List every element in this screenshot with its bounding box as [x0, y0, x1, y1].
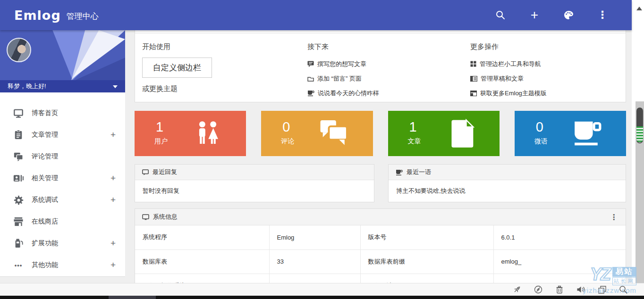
sidebar-hero-banner [0, 30, 125, 80]
store-icon [13, 216, 24, 227]
table-cell: 6.0.1 [493, 225, 626, 249]
link-label: 撰写您的想写文章 [317, 60, 366, 68]
emlog-logo: Emlog [14, 8, 61, 23]
contacts-icon [13, 173, 24, 184]
sidebar-item-blog-home[interactable]: 博客首页 [0, 102, 125, 124]
panel-header: 系统信息 ⋮ [135, 209, 626, 225]
scrollbar-thumb[interactable] [636, 108, 643, 143]
add-icon[interactable]: + [525, 6, 544, 25]
recent-replies-panel: 最近回复 暂时没有回复 [135, 164, 374, 202]
compose-icon[interactable] [533, 284, 544, 295]
page-icon [307, 76, 314, 82]
write-icon [307, 61, 314, 67]
coffee-icon [572, 119, 602, 149]
change-theme-link[interactable]: 或更换主题 [142, 84, 212, 93]
link-label: 管理边栏小工具和导航 [480, 60, 541, 68]
greeting-text: 释梦，晚上好! [8, 82, 46, 91]
welcome-col-next-steps: 接下来 撰写您的想写文章 添加 “留言” 页面 说说看今天的心情咋样 [307, 30, 379, 100]
link-label: 添加 “留言” 页面 [317, 75, 362, 83]
expand-icon[interactable]: + [110, 238, 119, 249]
customize-sidebar-button[interactable]: 自定义侧边栏 [142, 58, 212, 78]
table-cell: 33 [269, 249, 360, 274]
expand-icon[interactable]: + [110, 195, 119, 205]
scroll-up-arrow-icon[interactable] [636, 7, 642, 10]
rocket-icon[interactable] [511, 284, 523, 295]
more-menu-icon[interactable]: ⋮ [593, 6, 612, 25]
stat-card-whispers[interactable]: 0 微语 [515, 111, 626, 156]
avatar[interactable] [7, 38, 31, 62]
sidebar-menu: 博客首页 文章管理 + 评论管理 相关管理 + [0, 102, 125, 276]
panel-title: 系统信息 [153, 213, 178, 221]
chat-outline-icon [142, 169, 149, 175]
zoom-icon[interactable] [618, 284, 629, 295]
sidebar-item-articles[interactable]: 文章管理 + [0, 124, 125, 146]
taskbar [0, 296, 644, 299]
stat-card-users[interactable]: 1 用户 [135, 111, 246, 156]
panel-body: 暂时没有回复 [135, 180, 374, 202]
manage-widgets-link[interactable]: 管理边栏小工具和导航 [470, 57, 547, 71]
sidebar-item-extensions[interactable]: 扩展功能 + [0, 233, 125, 254]
recent-whisper-panel: 最近一语 博主不知要说啥,快去说说 [388, 164, 626, 202]
speaker-icon[interactable] [575, 284, 586, 295]
sidebar-item-label: 在线商店 [32, 217, 58, 226]
palette-icon[interactable] [559, 6, 578, 25]
monitor-outline-icon [142, 214, 149, 220]
trash-icon[interactable] [554, 284, 565, 295]
sidebar-item-label: 相关管理 [32, 174, 58, 183]
table-row: 数据库表 33 数据库表前缀 emlog_ [135, 249, 626, 274]
widgets-icon [470, 61, 476, 67]
scrollbar-track[interactable] [636, 101, 644, 283]
sidebar-item-label: 系统调试 [32, 196, 58, 204]
sidebar-item-label: 评论管理 [32, 152, 58, 161]
sidebar-item-other[interactable]: ••• 其他功能 + [0, 254, 125, 276]
post-whisper-link[interactable]: 说说看今天的心情咋样 [307, 86, 379, 100]
stat-card-comments[interactable]: 0 评论 [261, 111, 373, 156]
user-greeting-bar[interactable]: 释梦，晚上好! [0, 80, 125, 92]
sidebar-item-label: 文章管理 [32, 131, 58, 139]
stat-value: 1 [156, 119, 163, 135]
stat-card-articles[interactable]: 1 文章 [388, 111, 500, 156]
table-row: 系统程序 Emlog 版本号 6.0.1 [135, 225, 626, 249]
stat-value: 1 [409, 119, 417, 135]
expand-icon[interactable]: + [110, 130, 119, 140]
comments-icon [319, 119, 349, 149]
top-bar: Emlog 管理中心 + ⋮ [0, 0, 632, 30]
welcome-panel: 开始使用 自定义侧边栏 或更换主题 接下来 撰写您的想写文章 添加 “留言” 页… [135, 30, 626, 102]
add-page-link[interactable]: 添加 “留言” 页面 [307, 71, 379, 86]
section-title: 开始使用 [142, 42, 212, 51]
panel-menu-icon[interactable]: ⋮ [609, 213, 619, 222]
search-icon[interactable] [491, 6, 510, 25]
plugin-icon [13, 238, 24, 249]
stat-label: 文章 [408, 137, 421, 146]
scrollbar-column [632, 0, 644, 299]
stat-label: 微语 [534, 137, 548, 146]
panel-title: 最近回复 [153, 168, 177, 176]
sidebar-item-comments[interactable]: 评论管理 [0, 146, 125, 167]
sidebar: 释梦，晚上好! 博客首页 文章管理 + 评论管理 [0, 30, 125, 277]
table-cell: 版本号 [360, 225, 493, 249]
manage-drafts-link[interactable]: 管理草稿和文章 [470, 71, 547, 86]
sidebar-item-label: 其他功能 [32, 261, 58, 269]
cup-icon [396, 169, 403, 175]
windows-icon[interactable] [596, 284, 608, 295]
panel-header: 最近回复 [135, 165, 374, 180]
sidebar-item-label: 博客首页 [32, 109, 58, 117]
write-article-link[interactable]: 撰写您的想写文章 [307, 57, 379, 71]
welcome-col-get-started: 开始使用 自定义侧边栏 或更换主题 [142, 30, 212, 93]
scrollbar-progress-stripes [636, 126, 643, 142]
get-themes-link[interactable]: 获取更多Emlog主题模版 [470, 86, 547, 100]
stat-value: 0 [536, 119, 543, 135]
chevron-down-icon [113, 85, 118, 88]
sidebar-item-related[interactable]: 相关管理 + [0, 167, 125, 189]
expand-icon[interactable]: + [110, 260, 119, 270]
link-label: 说说看今天的心情咋样 [318, 89, 379, 98]
emlog-admin-dashboard: Emlog 管理中心 + ⋮ [0, 0, 644, 299]
taskbar-segment [109, 296, 156, 299]
book-icon [470, 76, 477, 82]
sidebar-item-system-debug[interactable]: 系统调试 + [0, 189, 125, 211]
section-title: 接下来 [307, 42, 379, 51]
sidebar-item-store[interactable]: 在线商店 [0, 211, 125, 233]
expand-icon[interactable]: + [110, 173, 119, 183]
welcome-col-more-actions: 更多操作 管理边栏小工具和导航 管理草稿和文章 获取更多Emlog主题模版 [470, 30, 547, 100]
stat-cards: 1 用户 0 评论 1 文章 0 微语 [135, 111, 626, 156]
